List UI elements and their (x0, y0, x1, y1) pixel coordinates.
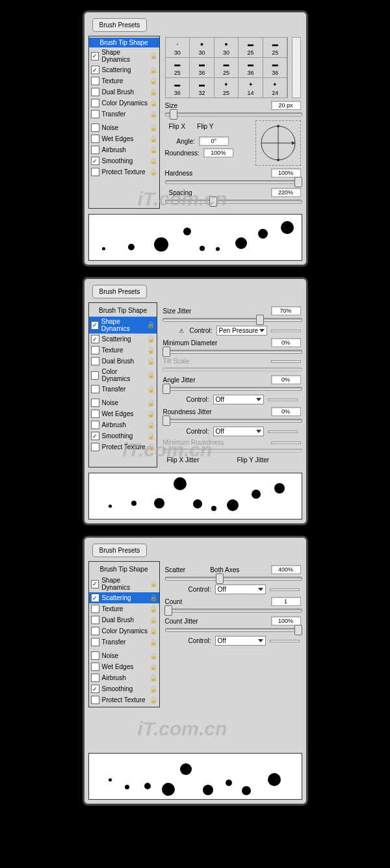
brush-thumbnails[interactable]: ◦30 ●30 ●30 ▬25 ▬25 ▬25 ▬36 ▬25 ▬36 ▬36 … (165, 37, 288, 98)
count-jitter-value[interactable]: 100% (271, 616, 301, 625)
sidebar-item-airbrush[interactable]: Airbrush🔒 (89, 672, 159, 683)
checkbox[interactable] (91, 346, 99, 354)
sidebar-item-dual-brush[interactable]: Dual Brush🔒 (89, 86, 159, 98)
scatter-value[interactable]: 400% (271, 565, 301, 574)
size-slider[interactable] (165, 112, 302, 116)
sidebar-item-scattering[interactable]: Scattering🔒 (89, 64, 159, 75)
checkbox[interactable] (91, 335, 99, 343)
control-select-2[interactable]: Off (215, 636, 266, 646)
control-select-2[interactable]: Off (213, 395, 264, 404)
sidebar-item-smoothing[interactable]: Smoothing🔒 (89, 155, 159, 166)
brush-presets-button[interactable]: Brush Presets (92, 18, 148, 32)
sidebar-item-noise[interactable]: Noise🔒 (89, 122, 159, 133)
count-jitter-slider[interactable] (165, 628, 302, 632)
sidebar-item-wet-edges[interactable]: Wet Edges🔒 (89, 408, 157, 419)
min-diameter-value[interactable]: 0% (271, 338, 301, 347)
checkbox[interactable] (91, 321, 99, 330)
checkbox[interactable] (91, 410, 99, 418)
checkbox[interactable] (91, 674, 99, 682)
spacing-value[interactable]: 220% (271, 188, 301, 197)
scrollbar[interactable] (292, 37, 301, 98)
size-jitter-value[interactable]: 70% (271, 306, 301, 315)
angle-wheel[interactable] (255, 120, 301, 166)
count-slider[interactable] (165, 609, 302, 612)
sidebar-item-smoothing[interactable]: Smoothing🔒 (89, 683, 159, 694)
control-select-1[interactable]: Pen Pressure (216, 326, 267, 335)
checkbox[interactable] (91, 146, 99, 154)
checkbox[interactable] (91, 157, 99, 165)
sidebar-item-protect-texture[interactable]: Protect Texture🔒 (89, 166, 159, 178)
checkbox[interactable] (91, 371, 99, 380)
sidebar-item-color-dynamics[interactable]: Color Dynamics🔒 (89, 367, 157, 384)
sidebar-item-dual-brush[interactable]: Dual Brush🔒 (89, 614, 159, 625)
brush-presets-button[interactable]: Brush Presets (92, 285, 148, 298)
min-diameter-slider[interactable] (162, 350, 302, 354)
hardness-value[interactable]: 100% (271, 168, 301, 178)
checkbox[interactable] (91, 399, 99, 407)
sidebar-item-protect-texture[interactable]: Protect Texture🔒 (89, 441, 157, 453)
sidebar-item-texture[interactable]: Texture🔒 (89, 75, 159, 86)
count-value[interactable]: 1 (271, 597, 301, 606)
spacing-slider[interactable] (165, 200, 302, 204)
checkbox[interactable] (91, 110, 99, 118)
sidebar-item-shape-dynamics[interactable]: Shape Dynamics🔒 (89, 575, 159, 592)
sidebar-item-dual-brush[interactable]: Dual Brush🔒 (89, 356, 157, 367)
sidebar-item-wet-edges[interactable]: Wet Edges🔒 (89, 661, 159, 672)
sidebar-item-shape-dynamics[interactable]: Shape Dynamics🔒 (89, 317, 157, 334)
roundness-jitter-value[interactable]: 0% (271, 407, 301, 416)
sidebar-item-texture[interactable]: Texture🔒 (89, 345, 157, 356)
sidebar-item-color-dynamics[interactable]: Color Dynamics🔒 (89, 98, 159, 109)
checkbox[interactable] (91, 594, 99, 602)
checkbox[interactable] (91, 627, 99, 635)
size-jitter-slider[interactable] (162, 318, 302, 322)
checkbox[interactable] (91, 88, 99, 96)
sidebar-item-noise[interactable]: Noise🔒 (89, 397, 157, 408)
checkbox[interactable] (91, 135, 99, 143)
checkbox[interactable] (91, 696, 99, 704)
sidebar-item-airbrush[interactable]: Airbrush🔒 (89, 419, 157, 430)
roundness-jitter-slider[interactable] (162, 419, 302, 423)
sidebar-item-transfer[interactable]: Transfer🔒 (89, 109, 159, 120)
checkbox[interactable] (91, 357, 99, 365)
sidebar-item-brush-tip-shape[interactable]: Brush Tip Shape (89, 304, 157, 317)
checkbox[interactable] (91, 124, 99, 132)
sidebar-item-shape-dynamics[interactable]: Shape Dynamics🔒 (89, 47, 159, 64)
checkbox[interactable] (91, 605, 99, 613)
checkbox[interactable] (91, 385, 99, 393)
sidebar-item-protect-texture[interactable]: Protect Texture🔒 (89, 694, 159, 705)
angle-jitter-value[interactable]: 0% (271, 375, 301, 384)
sidebar-item-noise[interactable]: Noise🔒 (89, 650, 159, 661)
sidebar-item-texture[interactable]: Texture🔒 (89, 603, 159, 614)
roundness-value[interactable]: 100% (203, 148, 233, 157)
checkbox[interactable] (91, 616, 99, 624)
control-select-3[interactable]: Off (213, 427, 264, 436)
sidebar-item-scattering[interactable]: Scattering🔒 (89, 592, 159, 603)
sidebar-item-color-dynamics[interactable]: Color Dynamics🔒 (89, 625, 159, 637)
sidebar-item-wet-edges[interactable]: Wet Edges🔒 (89, 133, 159, 144)
checkbox[interactable] (91, 52, 99, 60)
checkbox[interactable] (91, 443, 99, 451)
checkbox[interactable] (91, 638, 99, 646)
checkbox[interactable] (91, 77, 99, 85)
size-value[interactable]: 20 px (271, 101, 301, 110)
checkbox[interactable] (91, 685, 99, 693)
hardness-slider[interactable] (165, 180, 302, 184)
sidebar-item-smoothing[interactable]: Smoothing🔒 (89, 430, 157, 441)
sidebar-item-brush-tip-shape[interactable]: Brush Tip Shape (89, 563, 159, 575)
checkbox[interactable] (91, 651, 99, 660)
checkbox[interactable] (91, 168, 99, 176)
checkbox[interactable] (91, 421, 99, 429)
sidebar-item-transfer[interactable]: Transfer🔒 (89, 384, 157, 395)
checkbox[interactable] (91, 580, 99, 588)
sidebar-item-scattering[interactable]: Scattering🔒 (89, 334, 157, 345)
checkbox[interactable] (91, 432, 99, 440)
checkbox[interactable] (91, 99, 99, 107)
checkbox[interactable] (91, 66, 99, 74)
sidebar-item-transfer[interactable]: Transfer🔒 (89, 637, 159, 648)
scatter-slider[interactable] (165, 577, 302, 581)
angle-value[interactable]: 0° (199, 137, 229, 146)
control-select-1[interactable]: Off (215, 585, 266, 594)
sidebar-item-brush-tip-shape[interactable]: Brush Tip Shape (89, 38, 159, 47)
brush-presets-button[interactable]: Brush Presets (92, 544, 148, 557)
checkbox[interactable] (91, 663, 99, 671)
